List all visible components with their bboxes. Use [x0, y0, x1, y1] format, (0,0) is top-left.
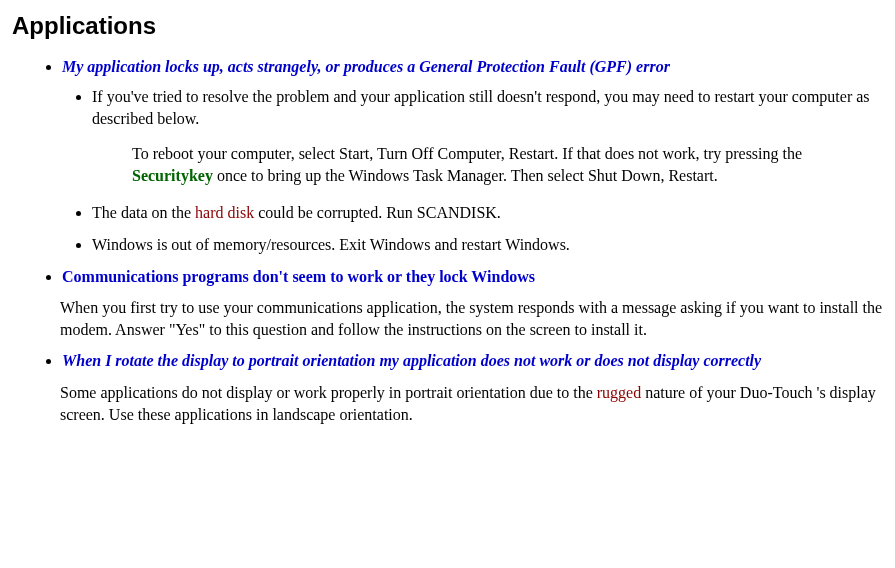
- topic-item-gpf: My application locks up, acts strangely,…: [62, 56, 883, 255]
- topic-title-comms: Communications programs don't seem to wo…: [62, 268, 535, 285]
- gpf-restart-text: If you've tried to resolve the problem a…: [92, 88, 870, 127]
- rugged-link[interactable]: rugged: [597, 384, 641, 401]
- gpf-reboot-para: To reboot your computer, select Start, T…: [92, 143, 883, 186]
- rotate-body-block: Some applications do not display or work…: [60, 382, 883, 425]
- gpf-sub-list: If you've tried to resolve the problem a…: [62, 86, 883, 256]
- gpf-memory-text: Windows is out of memory/resources. Exit…: [92, 236, 570, 253]
- topic-item-rotate: When I rotate the display to portrait or…: [62, 350, 883, 372]
- rotate-body: Some applications do not display or work…: [60, 382, 883, 425]
- page-title: Applications: [12, 10, 883, 42]
- hard-disk-link[interactable]: hard disk: [195, 204, 254, 221]
- comms-body: When you first try to use your communica…: [60, 297, 883, 340]
- gpf-reboot-post: once to bring up the Windows Task Manage…: [213, 167, 718, 184]
- gpf-reboot-pre: To reboot your computer, select Start, T…: [132, 145, 802, 162]
- topic-list-2: When I rotate the display to portrait or…: [12, 350, 883, 372]
- gpf-hd-pre: The data on the: [92, 204, 195, 221]
- topic-item-comms: Communications programs don't seem to wo…: [62, 266, 883, 288]
- rotate-body-pre: Some applications do not display or work…: [60, 384, 597, 401]
- topic-list: My application locks up, acts strangely,…: [12, 56, 883, 287]
- gpf-item-restart: If you've tried to resolve the problem a…: [92, 86, 883, 186]
- security-key-link[interactable]: Securitykey: [132, 167, 213, 184]
- gpf-hd-post: could be corrupted. Run SCANDISK.: [254, 204, 501, 221]
- comms-body-block: When you first try to use your communica…: [60, 297, 883, 340]
- topic-title-gpf: My application locks up, acts strangely,…: [62, 58, 670, 75]
- gpf-item-memory: Windows is out of memory/resources. Exit…: [92, 234, 883, 256]
- topic-title-rotate: When I rotate the display to portrait or…: [62, 352, 761, 369]
- gpf-item-harddisk: The data on the hard disk could be corru…: [92, 202, 883, 224]
